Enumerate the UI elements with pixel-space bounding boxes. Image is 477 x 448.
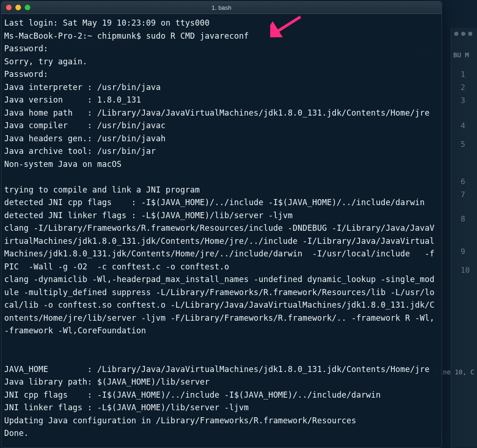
line-number: 1 — [461, 70, 465, 79]
line-number: 7 — [461, 190, 465, 199]
right-tab-label: BU M — [453, 51, 469, 59]
line-number: 8 — [461, 214, 465, 223]
terminal-window[interactable]: 1. bash Last login: Sat May 19 10:23:09 … — [1, 1, 442, 448]
panel-traffic-ghost — [454, 32, 472, 36]
line-number: 5 — [461, 140, 465, 149]
terminal-body[interactable]: Last login: Sat May 19 10:23:09 on ttys0… — [1, 14, 442, 440]
line-number: 6 — [461, 177, 465, 186]
line-number: 2 — [461, 83, 465, 92]
line-number: 10 — [461, 266, 470, 275]
titlebar[interactable]: 1. bash — [1, 1, 442, 14]
line-number: 3 — [461, 96, 465, 105]
right-panel-ghost: BU M 1 2 3 4 5 6 7 8 9 10 Line 10, C — [451, 28, 477, 448]
window-title: 1. bash — [1, 4, 442, 11]
desktop-backdrop: CS544Final_Lucas.R Source on Save ✎ ▾ ▭ … — [0, 0, 477, 448]
line-number: 9 — [461, 247, 465, 256]
line-number: 4 — [461, 121, 465, 130]
